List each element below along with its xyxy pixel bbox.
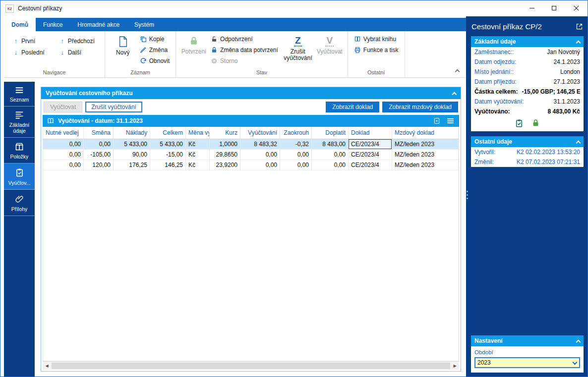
vyuctovani-panel: Vyúčtování cestovního příkazu Vyúčtovat … bbox=[41, 87, 461, 372]
cell[interactable]: 0,00 bbox=[312, 160, 349, 170]
section-ostatni-udaje: Ostatní údaje Vytvořil:K2 02.02.2023 13:… bbox=[471, 136, 584, 167]
cancel-circle-icon bbox=[211, 57, 218, 64]
cell[interactable]: 1,0000 bbox=[210, 139, 240, 149]
cell[interactable]: Kč bbox=[186, 139, 210, 149]
cell[interactable]: 8 483,00 bbox=[312, 139, 349, 149]
panel-header[interactable]: Vyúčtování cestovního příkazu bbox=[41, 87, 461, 99]
table-row[interactable]: 0,00 -105,00 90,00 -15,00 Kč 29,8650 0,0… bbox=[43, 150, 459, 160]
cell[interactable]: -105,00 bbox=[84, 150, 114, 160]
prvni-button[interactable]: ↑První bbox=[10, 36, 47, 46]
scroll-right-arrow[interactable]: ▶ bbox=[451, 364, 459, 368]
tab-hromadne-akce[interactable]: Hromadné akce bbox=[70, 18, 127, 31]
sidebar-item-zakladni-udaje[interactable]: Základní údaje bbox=[4, 107, 35, 138]
vyuctovat-ribbon-button[interactable]: V Vyúčtovat bbox=[315, 33, 344, 55]
cell[interactable]: -15,00 bbox=[150, 150, 186, 160]
cell[interactable]: -0,32 bbox=[280, 139, 312, 149]
odpotvrzeni-button[interactable]: Odpotvrzení bbox=[208, 35, 281, 44]
posledni-button[interactable]: ↓Poslední bbox=[10, 48, 47, 57]
cell[interactable]: 29,8650 bbox=[210, 150, 240, 160]
cell[interactable]: 0,00 bbox=[240, 150, 280, 160]
cell[interactable]: 90,00 bbox=[114, 150, 150, 160]
collapse-ribbon-button[interactable] bbox=[453, 67, 461, 74]
cell[interactable]: 5 433,00 bbox=[150, 139, 186, 149]
column-header[interactable]: Měna vy bbox=[186, 127, 210, 139]
scroll-left-arrow[interactable]: ◀ bbox=[43, 364, 51, 368]
obdobi-input[interactable] bbox=[475, 359, 570, 366]
cell[interactable]: 5 433,00 bbox=[114, 139, 150, 149]
column-header[interactable]: Doplatit bbox=[312, 127, 349, 139]
minimize-button[interactable] bbox=[521, 0, 543, 16]
cell[interactable]: CE/2023/4 bbox=[349, 160, 392, 170]
zrusit-vyuctovani-button[interactable]: Z Zrušit vyúčtování bbox=[281, 33, 315, 61]
export-excel-icon[interactable] bbox=[432, 117, 442, 124]
cell[interactable]: 0,00 bbox=[280, 160, 312, 170]
cell[interactable]: 0,00 bbox=[43, 139, 84, 149]
column-header[interactable]: Vyúčtování bbox=[240, 127, 280, 139]
predchozi-button[interactable]: ↑Předchozí bbox=[57, 36, 97, 46]
column-header[interactable]: Mzdový doklad bbox=[392, 127, 459, 139]
tab-funkce[interactable]: Funkce bbox=[36, 18, 70, 31]
column-header[interactable]: Směna bbox=[84, 127, 114, 139]
scrollbar-thumb[interactable] bbox=[52, 363, 450, 369]
column-header[interactable]: Nutné vedlej bbox=[43, 127, 84, 139]
obdobi-combobox[interactable] bbox=[474, 357, 580, 368]
cell[interactable]: MZ/leden 2023 bbox=[392, 160, 459, 170]
sidebar-item-prilohy[interactable]: Přílohy bbox=[4, 190, 35, 216]
table-row[interactable]: 0,00 120,00 176,25 146,25 Kč 23,9200 0,0… bbox=[43, 160, 459, 170]
potvrzeni-button[interactable]: Potvrzení bbox=[179, 33, 208, 55]
column-header[interactable]: Kurz bbox=[210, 127, 240, 139]
vybrat-knihu-button[interactable]: Vybrat knihu bbox=[352, 35, 401, 44]
zobrazit-doklad-button[interactable]: Zobrazit doklad bbox=[326, 102, 379, 112]
cell[interactable]: Kč bbox=[186, 150, 210, 160]
chevron-down-icon[interactable] bbox=[570, 358, 579, 367]
column-header[interactable]: Náklady bbox=[114, 127, 150, 139]
maximize-button[interactable] bbox=[543, 0, 565, 16]
column-header[interactable]: Celkem bbox=[150, 127, 186, 139]
cell[interactable]: MZ/leden 2023 bbox=[392, 150, 459, 160]
zrusit-vyuctovani-panel-button[interactable]: Zrušit vyúčtování bbox=[85, 102, 142, 112]
table-row[interactable]: 0,00 0,00 5 433,00 5 433,00 Kč 1,0000 8 … bbox=[43, 139, 459, 150]
cell[interactable]: 23,9200 bbox=[210, 160, 240, 170]
dalsi-button[interactable]: ↓Další bbox=[57, 48, 97, 57]
section-header-ostatni-udaje[interactable]: Ostatní údaje bbox=[471, 136, 584, 147]
cell[interactable]: 0,00 bbox=[43, 150, 84, 160]
open-in-window-icon[interactable] bbox=[576, 23, 583, 30]
storno-button[interactable]: Storno bbox=[208, 56, 281, 65]
cell[interactable]: 0,00 bbox=[43, 160, 84, 170]
sidebar-item-polozky[interactable]: Položky bbox=[4, 138, 35, 163]
kopie-button[interactable]: Kopie bbox=[137, 35, 172, 44]
section-header-zakladni-udaje[interactable]: Základní údaje bbox=[471, 36, 584, 47]
cell[interactable]: 176,25 bbox=[114, 160, 150, 170]
zobrazit-mzdovy-doklad-button[interactable]: Zobrazit mzdový doklad bbox=[382, 102, 458, 112]
cell[interactable]: MZ/leden 2023 bbox=[392, 139, 459, 149]
sidebar-item-seznam[interactable]: Seznam bbox=[4, 82, 35, 107]
zmena-button[interactable]: Změna bbox=[137, 46, 172, 54]
cell[interactable]: 8 483,32 bbox=[240, 139, 280, 149]
cell[interactable]: 0,00 bbox=[240, 160, 280, 170]
panel-splitter-handle[interactable] bbox=[467, 191, 468, 199]
cell[interactable]: 0,00 bbox=[84, 139, 114, 149]
tab-domu[interactable]: Domů bbox=[4, 18, 36, 31]
maximize-icon bbox=[552, 6, 556, 10]
cell[interactable]: Kč bbox=[186, 160, 210, 170]
cell[interactable]: 0,00 bbox=[312, 150, 349, 160]
cell[interactable]: CE/2023/4 bbox=[349, 150, 392, 160]
cell[interactable]: 0,00 bbox=[280, 150, 312, 160]
vyuctovat-button[interactable]: Vyúčtovat bbox=[44, 102, 82, 112]
column-header[interactable]: Doklad bbox=[349, 127, 392, 139]
column-header[interactable]: Zaokrouh bbox=[280, 127, 312, 139]
arrow-up-icon: ↑ bbox=[13, 37, 19, 45]
close-button[interactable] bbox=[565, 0, 588, 16]
sidebar-item-vyuctovani[interactable]: Vyúčtov... bbox=[4, 163, 35, 190]
horizontal-scrollbar[interactable]: ◀ ▶ bbox=[43, 361, 459, 370]
obnovit-button[interactable]: Obnovit bbox=[137, 56, 172, 65]
section-header-nastaveni[interactable]: Nastavení bbox=[471, 335, 584, 346]
zmena-data-potvrzeni-button[interactable]: Změna data potvrzení bbox=[208, 46, 281, 54]
tab-system[interactable]: Systém bbox=[127, 18, 162, 31]
cell[interactable]: 146,25 bbox=[150, 160, 186, 170]
grid-menu-icon[interactable] bbox=[445, 120, 455, 121]
funkce-a-tisk-button[interactable]: Funkce a tisk bbox=[352, 46, 401, 54]
novy-button[interactable]: Nový bbox=[109, 33, 137, 56]
focused-cell[interactable]: CE/2023/4 bbox=[349, 139, 392, 149]
cell[interactable]: 120,00 bbox=[84, 160, 114, 170]
